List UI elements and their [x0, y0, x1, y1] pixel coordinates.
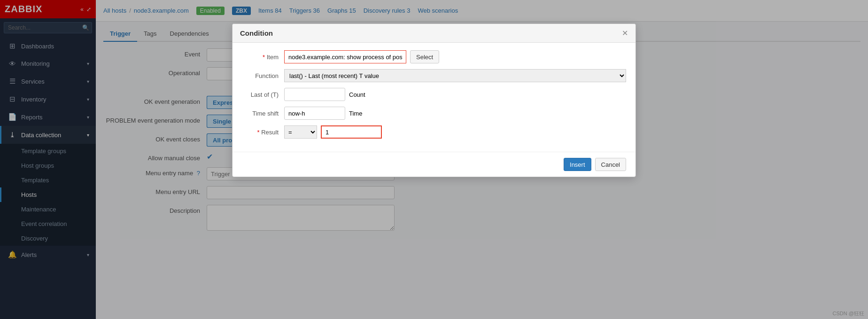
- modal-time-shift-control: Time: [284, 107, 626, 120]
- modal-title: Condition: [240, 29, 273, 37]
- modal-row-time-shift: Time shift Time: [242, 107, 626, 120]
- modal-row-last-of-t: Last of (T) Count: [242, 88, 626, 101]
- modal-close-button[interactable]: ✕: [622, 29, 628, 38]
- count-label: Count: [349, 91, 365, 98]
- modal-footer: Insert Cancel: [232, 152, 636, 177]
- modal-last-of-t-label: Last of (T): [242, 91, 284, 98]
- modal-item-input[interactable]: [284, 50, 406, 63]
- modal-result-label: Result: [242, 129, 284, 136]
- modal-function-select[interactable]: last() - Last (most recent) T value avg(…: [284, 69, 626, 82]
- modal-item-control: Select: [284, 50, 626, 63]
- modal-function-label: Function: [242, 72, 284, 79]
- modal-last-of-t-control: Count: [284, 88, 626, 101]
- modal-time-shift-label: Time shift: [242, 110, 284, 117]
- modal-overlay: Condition ✕ Item Select Function last() …: [0, 0, 868, 319]
- modal-time-shift-input[interactable]: [284, 107, 345, 120]
- time-label: Time: [349, 110, 362, 117]
- modal-result-operator-select[interactable]: = < > <= >= <>: [284, 125, 317, 139]
- modal-select-button[interactable]: Select: [410, 50, 439, 63]
- modal-result-control: = < > <= >= <>: [284, 125, 626, 139]
- modal-header: Condition ✕: [232, 24, 636, 43]
- modal-cancel-button[interactable]: Cancel: [595, 158, 626, 171]
- condition-modal: Condition ✕ Item Select Function last() …: [232, 23, 636, 177]
- modal-row-result: Result = < > <= >= <>: [242, 125, 626, 139]
- modal-row-item: Item Select: [242, 50, 626, 63]
- modal-insert-button[interactable]: Insert: [564, 158, 591, 171]
- modal-row-function: Function last() - Last (most recent) T v…: [242, 69, 626, 82]
- modal-item-label: Item: [242, 54, 284, 61]
- modal-function-control: last() - Last (most recent) T value avg(…: [284, 69, 626, 82]
- modal-body: Item Select Function last() - Last (most…: [232, 43, 636, 152]
- modal-result-value-input[interactable]: [321, 125, 382, 139]
- modal-last-of-t-input[interactable]: [284, 88, 345, 101]
